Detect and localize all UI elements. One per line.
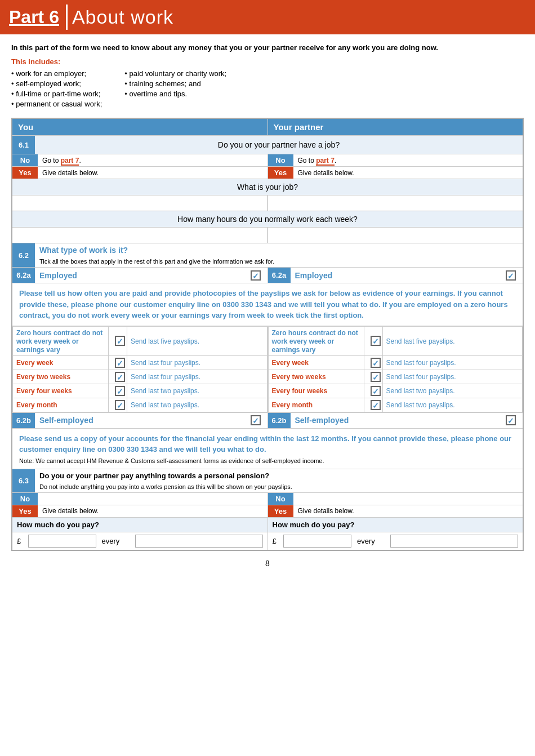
partner-every-two-weeks-row: Every two weeks ✓ Send last four payslip… — [268, 370, 523, 384]
how-much-row: How much do you pay? How much do you pay… — [12, 517, 523, 532]
intro-text: In this part of the form we need to know… — [11, 43, 524, 52]
list-item: overtime and tips. — [124, 90, 226, 98]
partner-yes-label: Yes — [268, 167, 293, 179]
your-partner-header: Your partner — [268, 118, 523, 136]
partner-job-input[interactable] — [269, 197, 522, 210]
page-number: 8 — [11, 553, 524, 573]
partner-every-week-label: Every week — [272, 359, 309, 367]
section-62b-row: 6.2b Self-employed ✓ 6.2b — [12, 412, 523, 428]
you-pension-period-field[interactable] — [136, 535, 262, 546]
you-yes-instruction: Give details below. — [38, 167, 268, 179]
part-6-number: 6 — [49, 7, 59, 27]
partner-every-month-tick[interactable]: ✓ — [371, 400, 381, 410]
you-every-four-weeks-row: Every four weeks ✓ Send last two payslip… — [13, 384, 268, 398]
partner-every-two-weeks-label: Every two weeks — [272, 373, 326, 381]
you-every-month-tick[interactable]: ✓ — [115, 400, 125, 410]
you-zero-hours-send: Send last five payslips. — [131, 337, 199, 345]
partner-self-emp-tick[interactable]: ✓ — [506, 415, 516, 425]
partner-hours-input-cell[interactable] — [268, 228, 523, 243]
list-item: permanent or casual work; — [11, 100, 102, 108]
you-employed-tick[interactable]: ✓ — [251, 270, 261, 281]
you-every-week-row: Every week ✓ Send last four payslips. — [13, 355, 268, 370]
page-header: Part 6 About work — [0, 0, 535, 34]
partner-every-week-row: Every week ✓ Send last four payslips. — [268, 355, 523, 370]
hours-question-row: How many hours do you normally work each… — [12, 211, 523, 228]
partner-every-month-send: Send last two payslips. — [386, 401, 455, 409]
you-hours-input-cell[interactable] — [12, 228, 268, 243]
section-63-subtitle: Do not include anything you pay into a w… — [39, 483, 518, 490]
partner-no-part-link[interactable]: part 7 — [316, 157, 335, 166]
self-emp-note: Note: We cannot accept HM Revenue & Cust… — [19, 457, 516, 464]
section-62-number: 6.2 — [12, 243, 35, 267]
section-61-number: 6.1 — [12, 136, 35, 154]
you-pound-sign: £ — [17, 535, 28, 547]
you-every-two-weeks-tick[interactable]: ✓ — [115, 372, 125, 382]
partner-hours-input[interactable] — [269, 229, 522, 242]
section-63-row: 6.3 Do you or your partner pay anything … — [12, 469, 523, 492]
you-job-input-cell[interactable] — [12, 195, 268, 211]
partner-self-emp-label: Self-employed — [295, 416, 349, 425]
section-61-question: Do you or your partner have a job? — [35, 136, 523, 154]
you-self-emp-tick[interactable]: ✓ — [251, 415, 261, 425]
you-every-week-tick[interactable]: ✓ — [115, 358, 125, 368]
includes-lists: work for an employer; self-employed work… — [11, 69, 524, 110]
you-job-input[interactable] — [14, 197, 266, 210]
partner-every-four-weeks-row: Every four weeks ✓ Send last two payslip… — [268, 384, 523, 398]
you-zero-hours-tick[interactable]: ✓ — [115, 336, 125, 346]
partner-pension-period-input[interactable] — [391, 535, 518, 547]
partner-zero-hours-row: Zero hours contract do not work every we… — [268, 326, 523, 355]
part-number: Part 6 — [9, 5, 68, 30]
partner-zero-hours-tick[interactable]: ✓ — [371, 336, 381, 346]
partner-yes-instruction: Give details below. — [293, 167, 523, 179]
includes-label: This includes: — [11, 57, 524, 66]
partner-pension-amount-input[interactable] — [284, 535, 351, 547]
you-no-part-link[interactable]: part 7 — [61, 157, 79, 166]
section-63-no-row: No No — [12, 492, 523, 505]
you-how-much-label: How much do you pay? — [12, 517, 268, 532]
you-every-four-weeks-send: Send last two payslips. — [131, 387, 199, 395]
you-pension-period-input[interactable] — [135, 535, 262, 547]
you-every-month-row: Every month ✓ Send last two payslips. — [13, 398, 268, 412]
partner-every-week-tick[interactable]: ✓ — [371, 358, 381, 368]
list-item: self-employed work; — [11, 79, 102, 88]
partner-job-input-cell[interactable] — [268, 195, 523, 211]
you-every-two-weeks-row: Every two weeks ✓ Send last four payslip… — [13, 370, 268, 384]
partner-every-four-weeks-tick[interactable]: ✓ — [371, 386, 381, 396]
partner-every-four-weeks-send: Send last two payslips. — [386, 387, 455, 395]
list-item: work for an employer; — [11, 69, 102, 78]
partner-pension-amount-field[interactable] — [284, 535, 351, 546]
you-pension-amount-field[interactable] — [29, 535, 96, 546]
partner-pension-no-cell — [293, 493, 523, 505]
you-yes-label: Yes — [12, 167, 38, 179]
you-hours-input[interactable] — [14, 229, 266, 242]
section-62b-partner-number: 6.2b — [268, 413, 291, 428]
partner-pension-yes-instruction: Give details below. — [293, 505, 523, 517]
you-every-week-send: Send last four payslips. — [131, 359, 200, 367]
you-every-two-weeks-label: Every two weeks — [16, 373, 70, 381]
partner-every-four-weeks-label: Every four weeks — [272, 387, 328, 395]
you-every-four-weeks-tick[interactable]: ✓ — [115, 386, 125, 396]
employed-info-text: Please tell us how often you are paid an… — [19, 288, 516, 321]
partner-every-two-weeks-send: Send last four payslips. — [386, 373, 456, 381]
main-form-table: You Your partner 6.1 Do you or your part… — [11, 118, 524, 551]
you-pension-amount-input[interactable] — [28, 535, 96, 547]
list-item: paid voluntary or charity work; — [124, 69, 226, 78]
section-63-yes-row: Yes Give details below. Yes Give details… — [12, 505, 523, 517]
you-employed-label: Employed — [39, 271, 77, 280]
section-62-subtitle: Tick all the boxes that apply in the res… — [39, 258, 518, 265]
partner-pension-period-field[interactable] — [391, 535, 518, 546]
partner-pension-no-label: No — [268, 493, 293, 505]
you-every-label: every — [96, 535, 135, 547]
right-list: paid voluntary or charity work; training… — [124, 69, 226, 110]
partner-how-much-label: How much do you pay? — [268, 517, 523, 532]
partner-employed-tick[interactable]: ✓ — [506, 270, 516, 281]
you-header: You — [12, 118, 268, 136]
partner-every-two-weeks-tick[interactable]: ✓ — [371, 372, 381, 382]
you-every-four-weeks-label: Every four weeks — [16, 387, 72, 395]
what-job-label: What is your job? — [12, 179, 523, 195]
you-no-label: No — [12, 154, 38, 166]
section-62a-partner-number: 6.2a — [268, 268, 291, 283]
partner-zero-hours-label: Zero hours contract do not work every we… — [272, 329, 358, 354]
no-row: No Go to part 7. No Go to part 7. — [12, 154, 523, 167]
you-zero-hours-row: Zero hours contract do not work every we… — [13, 326, 268, 355]
